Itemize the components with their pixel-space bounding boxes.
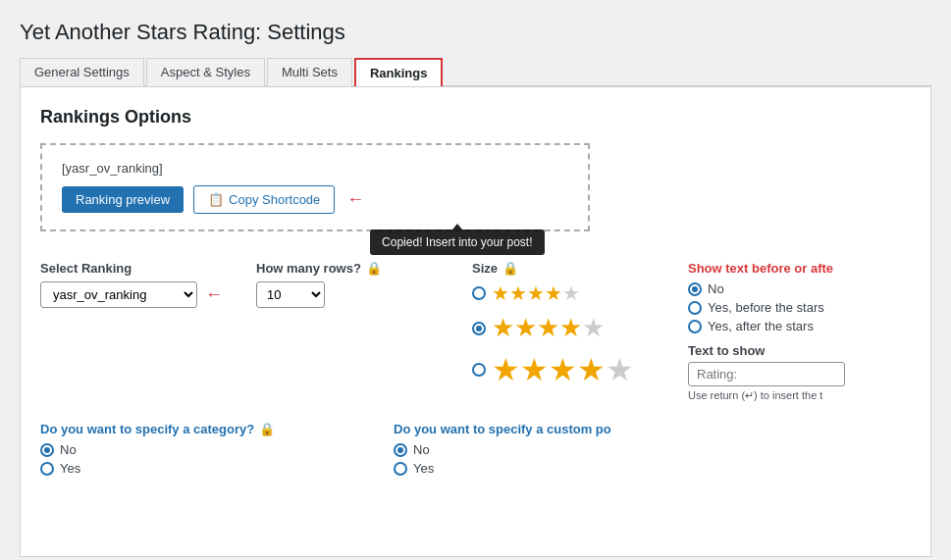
custom-po-group: Do you want to specify a custom po No Ye…: [394, 422, 911, 480]
category-yes-option[interactable]: Yes: [40, 461, 374, 476]
show-text-label: Show text before or afte: [688, 261, 911, 276]
size-lock-icon: 🔒: [502, 261, 518, 276]
select-ranking-label: Select Ranking: [40, 261, 237, 276]
star-1: ★: [492, 351, 520, 388]
star-4: ★: [545, 281, 562, 305]
custom-po-no-option[interactable]: No: [394, 442, 911, 457]
tab-multi-sets[interactable]: Multi Sets: [267, 58, 352, 86]
custom-po-yes-label: Yes: [413, 461, 434, 476]
tab-rankings[interactable]: Rankings: [354, 58, 444, 86]
show-text-before-label: Yes, before the stars: [708, 300, 824, 315]
main-content: Rankings Options [yasr_ov_ranking] Ranki…: [20, 86, 931, 557]
star-2: ★: [514, 313, 537, 343]
shortcode-text: [yasr_ov_ranking]: [62, 161, 568, 176]
category-yes-radio[interactable]: [40, 462, 54, 476]
tabs-bar: General Settings Aspect & Styles Multi S…: [20, 57, 931, 86]
section-title: Rankings Options: [40, 107, 911, 127]
star-1: ★: [492, 313, 514, 343]
how-many-rows-lock-icon: 🔒: [366, 261, 382, 276]
category-no-label: No: [60, 442, 77, 457]
size-large-stars: ★ ★ ★ ★ ★: [492, 351, 634, 388]
copy-tooltip: Copied! Insert into your post!: [370, 229, 544, 255]
page-title: Yet Another Stars Rating: Settings: [20, 20, 931, 45]
how-many-rows-group: How many rows? 🔒 10 25 50: [256, 261, 452, 308]
star-2: ★: [509, 281, 527, 305]
size-large-radio[interactable]: [472, 363, 486, 377]
hint-text: Use return (↵) to insert the t: [688, 389, 911, 402]
size-group: Size 🔒 ★ ★ ★ ★ ★: [472, 261, 668, 396]
category-no-option[interactable]: No: [40, 442, 374, 457]
select-ranking-group: Select Ranking yasr_ov_ranking yasr_visi…: [40, 261, 237, 308]
text-to-show-label: Text to show: [688, 343, 911, 358]
show-text-group: Show text before or afte No Yes, before …: [688, 261, 911, 402]
ranking-preview-button[interactable]: Ranking preview: [62, 186, 184, 213]
tab-general-settings[interactable]: General Settings: [20, 58, 144, 86]
shortcode-buttons: Ranking preview 📋 Copy Shortcode Copied!…: [62, 185, 335, 214]
size-small-row: ★ ★ ★ ★ ★: [472, 281, 668, 305]
custom-po-no-radio[interactable]: [394, 443, 407, 457]
star-2: ★: [520, 351, 549, 388]
custom-po-no-label: No: [413, 442, 430, 457]
category-yes-label: Yes: [60, 461, 80, 476]
how-many-rows-label: How many rows? 🔒: [256, 261, 452, 276]
size-label: Size 🔒: [472, 261, 668, 276]
show-text-after-option[interactable]: Yes, after the stars: [688, 319, 911, 333]
star-4: ★: [577, 351, 606, 388]
copy-icon: 📋: [208, 192, 224, 207]
size-medium-stars: ★ ★ ★ ★ ★: [492, 313, 605, 343]
how-many-rows-dropdown[interactable]: 10 25 50: [256, 281, 325, 308]
star-5: ★: [562, 281, 580, 305]
arrow-indicator-select: ←: [205, 284, 223, 305]
select-ranking-dropdown[interactable]: yasr_ov_ranking yasr_visitor_ranking: [40, 281, 197, 308]
show-text-no-label: No: [708, 281, 724, 296]
show-text-after-radio[interactable]: [688, 320, 702, 333]
show-text-no-radio[interactable]: [688, 282, 702, 296]
category-group: Do you want to specify a category? 🔒 No …: [40, 422, 374, 480]
category-no-radio[interactable]: [40, 443, 54, 457]
custom-po-yes-option[interactable]: Yes: [394, 461, 911, 476]
size-small-stars: ★ ★ ★ ★ ★: [492, 281, 580, 305]
bottom-options-grid: Do you want to specify a category? 🔒 No …: [40, 422, 911, 480]
size-small-radio[interactable]: [472, 286, 486, 300]
star-3: ★: [527, 281, 545, 305]
star-1: ★: [492, 281, 509, 305]
category-lock-icon: 🔒: [259, 422, 275, 436]
size-large-row: ★ ★ ★ ★ ★: [472, 351, 668, 388]
custom-po-label: Do you want to specify a custom po: [394, 422, 911, 436]
show-text-after-label: Yes, after the stars: [708, 319, 814, 333]
category-label: Do you want to specify a category? 🔒: [40, 422, 374, 436]
show-text-before-option[interactable]: Yes, before the stars: [688, 300, 911, 315]
star-4: ★: [559, 313, 582, 343]
size-medium-radio[interactable]: [472, 322, 486, 335]
size-medium-row: ★ ★ ★ ★ ★: [472, 313, 668, 343]
custom-po-yes-radio[interactable]: [394, 462, 407, 476]
star-5: ★: [606, 351, 634, 388]
show-text-no-option[interactable]: No: [688, 281, 911, 296]
arrow-indicator-copy: ←: [346, 189, 364, 210]
copy-shortcode-button[interactable]: 📋 Copy Shortcode: [193, 185, 335, 214]
star-5: ★: [582, 313, 605, 343]
tab-aspect-styles[interactable]: Aspect & Styles: [146, 58, 265, 86]
star-3: ★: [549, 351, 577, 388]
star-3: ★: [537, 313, 559, 343]
options-grid: Select Ranking yasr_ov_ranking yasr_visi…: [40, 261, 911, 402]
shortcode-box: [yasr_ov_ranking] Ranking preview 📋 Copy…: [40, 143, 590, 231]
show-text-before-radio[interactable]: [688, 301, 702, 315]
text-to-show-input[interactable]: [688, 362, 845, 386]
